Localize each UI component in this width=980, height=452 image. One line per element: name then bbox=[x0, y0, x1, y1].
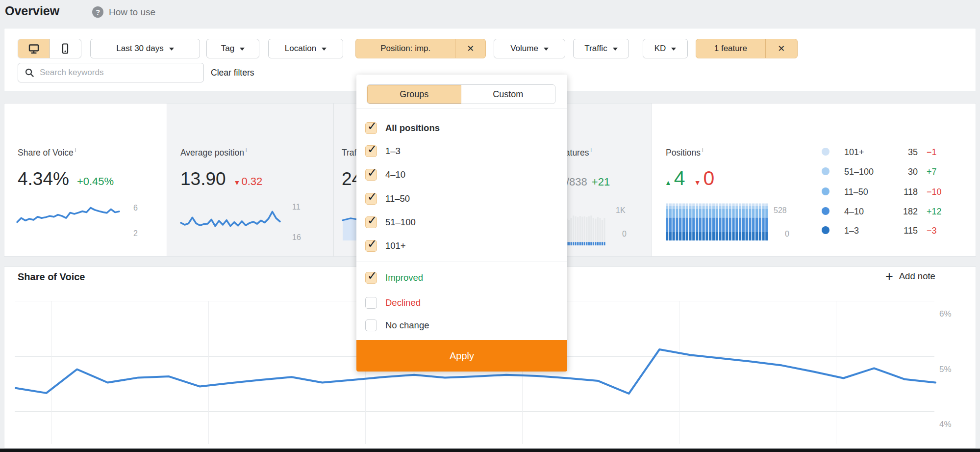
triangle-down-icon: ▼ bbox=[234, 179, 241, 186]
position-filter-pill: Position: imp. ✕ bbox=[355, 39, 486, 58]
features-filter-remove-button[interactable]: ✕ bbox=[765, 39, 797, 58]
info-icon: i bbox=[75, 147, 76, 153]
checkbox bbox=[365, 297, 377, 309]
checkbox-all-positions[interactable]: ✓ All positions bbox=[365, 121, 440, 135]
legend-delta: −1 bbox=[927, 147, 937, 158]
close-icon: ✕ bbox=[778, 43, 785, 54]
triangle-down-icon: ▼ bbox=[694, 179, 701, 186]
search-input[interactable] bbox=[18, 63, 204, 82]
avg-position-card-delta: 0.32 bbox=[241, 175, 262, 188]
y-axis-tick: 6% bbox=[939, 309, 952, 319]
legend-delta: +7 bbox=[927, 167, 937, 177]
chevron-down-icon bbox=[544, 48, 549, 51]
checkbox: ✓ bbox=[365, 169, 377, 181]
mobile-toggle-button[interactable] bbox=[50, 39, 81, 58]
checkbox-101-plus[interactable]: ✓ 101+ bbox=[365, 239, 406, 253]
checkbox: ✓ bbox=[365, 145, 377, 157]
sov-sparkline[interactable] bbox=[16, 204, 120, 226]
chevron-down-icon bbox=[322, 48, 327, 51]
traffic-select[interactable]: Traffic bbox=[573, 39, 629, 58]
legend-dot bbox=[822, 187, 829, 195]
checkbox-4-10[interactable]: ✓ 4–10 bbox=[365, 168, 405, 182]
clear-filters-button[interactable]: Clear filters bbox=[211, 68, 254, 78]
checkbox-improved[interactable]: ✓ Improved bbox=[365, 271, 423, 285]
tab-groups[interactable]: Groups bbox=[367, 85, 461, 104]
legend-value: 118 bbox=[882, 187, 918, 197]
legend-value: 30 bbox=[882, 167, 918, 177]
legend-dot bbox=[822, 148, 829, 156]
kd-select[interactable]: KD bbox=[643, 39, 688, 58]
legend-delta: −3 bbox=[927, 226, 937, 236]
positions-card-title[interactable]: Positionsi bbox=[666, 147, 703, 158]
features-filter-label[interactable]: 1 feature bbox=[696, 39, 765, 58]
legend-label: 4–10 bbox=[844, 207, 864, 217]
serp-features-axis-top: 1K bbox=[616, 206, 626, 215]
legend-dot bbox=[822, 226, 829, 234]
positions-stacked-bar-chart[interactable] bbox=[666, 200, 769, 240]
desktop-toggle-button[interactable] bbox=[18, 39, 50, 58]
checkbox-declined[interactable]: Declined bbox=[365, 296, 421, 310]
checkbox: ✓ bbox=[365, 216, 377, 228]
info-icon: i bbox=[590, 147, 591, 153]
legend-label: 51–100 bbox=[844, 167, 874, 177]
positions-axis-top: 528 bbox=[774, 206, 787, 215]
legend-dot bbox=[822, 167, 829, 175]
help-icon[interactable]: ? bbox=[92, 6, 103, 18]
checkbox-51-100[interactable]: ✓ 51–100 bbox=[365, 215, 416, 229]
device-toggle bbox=[18, 39, 81, 58]
checkbox-1-3[interactable]: ✓ 1–3 bbox=[365, 144, 401, 158]
sov-axis-top: 6 bbox=[133, 204, 138, 213]
legend-value: 115 bbox=[882, 226, 918, 236]
serp-features-bar-chart[interactable] bbox=[564, 206, 606, 245]
positions-axis-bottom: 0 bbox=[785, 230, 789, 239]
avg-position-card-value: 13.90 ▼ 0.32 bbox=[180, 169, 262, 189]
checkbox: ✓ bbox=[365, 122, 377, 134]
legend-label: 11–50 bbox=[844, 187, 868, 197]
position-filter-remove-button[interactable]: ✕ bbox=[455, 39, 485, 58]
avg-position-card-title[interactable]: Average positioni bbox=[180, 147, 247, 158]
legend-delta: −10 bbox=[927, 187, 942, 197]
checkbox: ✓ bbox=[365, 240, 377, 252]
bottom-edge-strip bbox=[0, 449, 980, 452]
location-select[interactable]: Location bbox=[268, 39, 343, 58]
legend-label: 101+ bbox=[844, 147, 864, 158]
volume-select[interactable]: Volume bbox=[494, 39, 565, 58]
tab-custom[interactable]: Custom bbox=[461, 85, 555, 104]
serp-features-axis-bottom: 0 bbox=[622, 230, 627, 239]
chevron-down-icon bbox=[613, 48, 618, 51]
chevron-down-icon bbox=[240, 48, 245, 51]
features-filter-pill: 1 feature ✕ bbox=[696, 39, 798, 58]
sov-card-title[interactable]: Share of Voicei bbox=[18, 147, 76, 158]
sov-card-delta: +0.45% bbox=[77, 175, 114, 188]
position-filter-dropdown: Groups Custom ✓ All positions ✓ 1–3 ✓ 4–… bbox=[356, 75, 567, 372]
y-axis-tick: 5% bbox=[939, 365, 952, 374]
page-title: Overview bbox=[5, 4, 59, 18]
section-title: Share of Voice bbox=[18, 271, 85, 283]
avg-position-sparkline[interactable] bbox=[180, 208, 281, 230]
search-icon bbox=[25, 68, 34, 78]
checkbox-no-change[interactable]: No change bbox=[365, 319, 429, 332]
apply-button[interactable]: Apply bbox=[356, 340, 567, 372]
y-axis-tick: 4% bbox=[939, 420, 952, 429]
info-icon: i bbox=[246, 147, 247, 153]
avg-position-axis-top: 11 bbox=[292, 203, 301, 212]
position-filter-label[interactable]: Position: imp. bbox=[356, 39, 455, 58]
how-to-use-link[interactable]: How to use bbox=[109, 7, 155, 18]
tag-select[interactable]: Tag bbox=[206, 39, 259, 58]
desktop-icon bbox=[28, 43, 40, 54]
checkbox: ✓ bbox=[365, 272, 377, 284]
checkbox-11-50[interactable]: ✓ 11–50 bbox=[365, 192, 410, 206]
legend-dot bbox=[822, 207, 829, 215]
close-icon: ✕ bbox=[467, 43, 474, 54]
info-icon: i bbox=[702, 147, 703, 153]
legend-label: 1–3 bbox=[844, 226, 859, 236]
chevron-down-icon bbox=[169, 48, 174, 51]
date-range-select[interactable]: Last 30 days bbox=[90, 39, 200, 58]
sov-axis-bottom: 2 bbox=[133, 229, 138, 238]
positions-down-count: 0 bbox=[704, 167, 715, 190]
plus-icon: + bbox=[885, 270, 893, 283]
serp-features-card-delta: +21 bbox=[592, 176, 610, 188]
add-note-button[interactable]: + Add note bbox=[885, 270, 935, 283]
legend-value: 35 bbox=[882, 147, 918, 158]
avg-position-axis-bottom: 16 bbox=[292, 233, 301, 242]
